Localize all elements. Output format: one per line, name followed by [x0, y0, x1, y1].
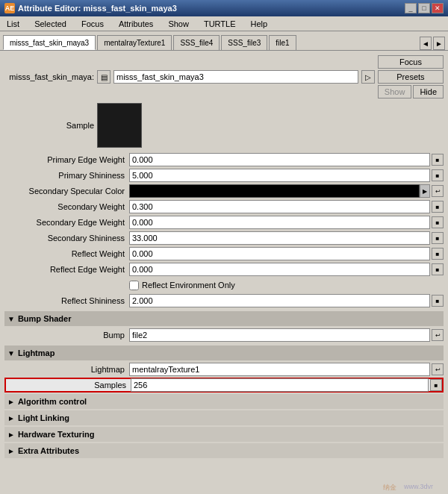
lightmap-input[interactable]	[129, 363, 430, 376]
bump-shader-title: Bump Shader	[18, 314, 72, 323]
presets-button[interactable]: Presets	[378, 70, 444, 84]
reflect-edge-weight-icon[interactable]: ■	[432, 263, 444, 275]
bump-shader-arrow[interactable]: ▼	[7, 315, 15, 323]
extra-attributes-arrow[interactable]: ►	[7, 447, 15, 455]
color-arrow[interactable]: ▶	[420, 184, 430, 198]
secondary-edge-weight-label: Secondary Edge Weight	[4, 218, 128, 227]
close-button[interactable]: ✕	[432, 3, 444, 13]
secondary-specular-color-label: Secondary Specular Color	[4, 187, 128, 196]
node-name-label: misss_fast_skin_maya:	[4, 72, 94, 81]
secondary-weight-input[interactable]	[129, 200, 430, 213]
bump-label: Bump	[4, 331, 128, 340]
reflect-env-only-wrap: Reflect Environment Only	[129, 281, 235, 290]
primary-shininess-row: Primary Shininess ■	[4, 168, 444, 183]
tab-2[interactable]: SSS_file4	[173, 35, 220, 50]
secondary-edge-weight-input[interactable]	[129, 216, 430, 229]
light-linking-section[interactable]: ► Light Linking	[4, 410, 444, 425]
reflect-weight-input[interactable]	[129, 247, 430, 260]
reflect-shininess-icon[interactable]: ■	[432, 295, 444, 307]
primary-edge-weight-row: Primary Edge Weight ■	[4, 152, 444, 167]
tab-next-button[interactable]: ►	[433, 37, 445, 50]
lightmap-arrow[interactable]: ▼	[7, 349, 15, 357]
bump-shader-section: ▼ Bump Shader	[4, 311, 444, 326]
window-controls: _ □ ✕	[405, 3, 444, 13]
title-bar: AE Attribute Editor: misss_fast_skin_may…	[0, 0, 448, 16]
reflect-weight-label: Reflect Weight	[4, 249, 128, 258]
lightmap-icon[interactable]: ↩	[432, 363, 444, 375]
node-icon-right[interactable]: ▷	[361, 70, 375, 84]
primary-shininess-input[interactable]	[129, 169, 430, 182]
lightmap-title: Lightmap	[18, 348, 55, 357]
primary-edge-weight-icon[interactable]: ■	[432, 154, 444, 166]
bump-icon[interactable]: ↩	[432, 329, 444, 341]
sample-swatch	[97, 103, 142, 148]
show-button[interactable]: Show	[378, 85, 412, 99]
primary-shininess-icon[interactable]: ■	[432, 169, 444, 181]
hardware-texturing-arrow[interactable]: ►	[7, 431, 15, 439]
tab-prev-button[interactable]: ◄	[420, 37, 432, 50]
menu-item-attributes[interactable]: Attributes	[116, 19, 155, 29]
node-name-input[interactable]	[113, 70, 358, 84]
node-icon-left[interactable]: ▤	[97, 70, 111, 84]
extra-attributes-section[interactable]: ► Extra Attributes	[4, 443, 444, 458]
tab-0[interactable]: misss_fast_skin_maya3	[3, 35, 96, 50]
node-name-row: misss_fast_skin_maya: ▤ ▷ Focus Presets …	[4, 55, 444, 99]
focus-button[interactable]: Focus	[378, 55, 444, 69]
algorithm-control-arrow[interactable]: ►	[7, 398, 15, 406]
menu-item-show[interactable]: Show	[166, 19, 191, 29]
watermark-3dvr: www.3dvr	[404, 483, 433, 493]
light-linking-arrow[interactable]: ►	[7, 414, 15, 422]
minimize-button[interactable]: _	[405, 3, 417, 13]
algorithm-control-section[interactable]: ► Algorithm control	[4, 394, 444, 409]
secondary-specular-color-icon[interactable]: ↩	[432, 185, 444, 197]
hardware-texturing-section[interactable]: ► Hardware Texturing	[4, 427, 444, 442]
menu-bar: ListSelectedFocusAttributesShowTURTLEHel…	[0, 16, 448, 31]
algorithm-control-title: Algorithm control	[18, 397, 87, 406]
bottom-watermarks: 纳金 www.3dvr	[383, 483, 433, 493]
reflect-edge-weight-label: Reflect Edge Weight	[4, 265, 128, 274]
focus-presets-buttons: Focus Presets Show Hide	[378, 55, 444, 99]
show-hide-row: Show Hide	[378, 85, 444, 99]
samples-icon[interactable]: ■	[430, 379, 442, 391]
primary-edge-weight-input[interactable]	[129, 153, 430, 166]
tab-3[interactable]: SSS_file3	[221, 35, 267, 50]
secondary-specular-color-row: Secondary Specular Color ▶ ↩	[4, 184, 444, 198]
primary-edge-weight-label: Primary Edge Weight	[4, 155, 128, 164]
reflect-weight-icon[interactable]: ■	[432, 248, 444, 260]
primary-shininess-label: Primary Shininess	[4, 171, 128, 180]
light-linking-title: Light Linking	[18, 413, 69, 422]
secondary-shininess-icon[interactable]: ■	[432, 232, 444, 244]
properties-area[interactable]: Primary Edge Weight ■ Primary Shininess …	[4, 152, 444, 490]
reflect-weight-row: Reflect Weight ■	[4, 246, 444, 261]
secondary-edge-weight-icon[interactable]: ■	[432, 216, 444, 228]
sample-row: Sample	[4, 103, 444, 148]
reflect-edge-weight-input[interactable]	[129, 263, 430, 276]
tab-bar: misss_fast_skin_maya3 mentalrayTexture1 …	[0, 31, 448, 51]
secondary-weight-icon[interactable]: ■	[432, 201, 444, 213]
secondary-shininess-label: Secondary Shininess	[4, 234, 128, 243]
window-title: Attribute Editor: misss_fast_skin_maya3	[18, 4, 177, 13]
menu-item-turtle[interactable]: TURTLE	[202, 19, 238, 29]
reflect-shininess-input[interactable]	[129, 294, 430, 307]
reflect-env-only-checkbox[interactable]	[129, 281, 139, 290]
menu-item-help[interactable]: Help	[249, 19, 270, 29]
reflect-shininess-label: Reflect Shininess	[4, 296, 128, 305]
hide-button[interactable]: Hide	[413, 85, 444, 99]
tab-4[interactable]: file1	[269, 35, 296, 50]
sample-label: Sample	[4, 121, 94, 130]
samples-row: Samples ■	[4, 378, 444, 393]
app-icon: AE	[4, 3, 15, 13]
secondary-shininess-row: Secondary Shininess ■	[4, 231, 444, 246]
bump-row: Bump ↩	[4, 328, 444, 343]
reflect-env-only-label: Reflect Environment Only	[142, 281, 235, 290]
tab-1[interactable]: mentalrayTexture1	[97, 35, 172, 50]
menu-item-focus[interactable]: Focus	[79, 19, 106, 29]
bump-input[interactable]	[129, 328, 430, 342]
secondary-edge-weight-row: Secondary Edge Weight ■	[4, 215, 444, 230]
secondary-shininess-input[interactable]	[129, 231, 430, 245]
secondary-specular-color-swatch[interactable]	[129, 184, 420, 198]
maximize-button[interactable]: □	[418, 3, 430, 13]
menu-item-selected[interactable]: Selected	[32, 19, 69, 29]
samples-input[interactable]	[131, 378, 429, 392]
menu-item-list[interactable]: List	[4, 19, 22, 29]
